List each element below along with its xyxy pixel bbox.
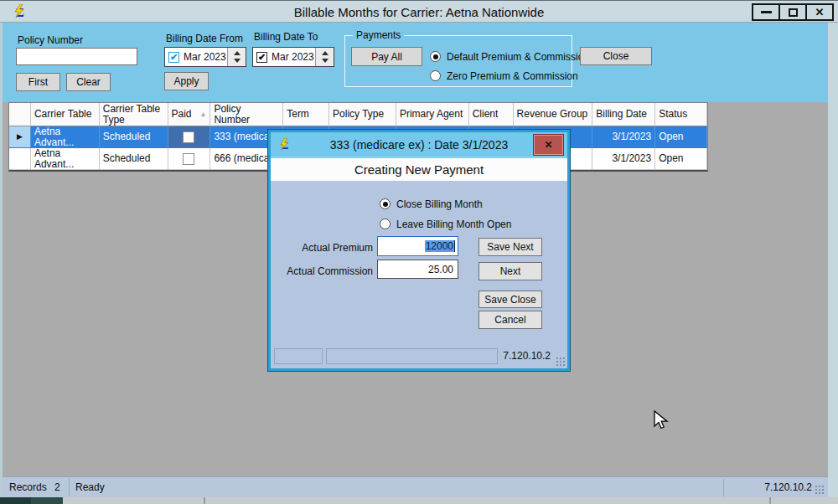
resize-grip-icon[interactable] xyxy=(556,357,566,367)
actual-premium-label: Actual Premium xyxy=(271,242,373,254)
creating-new-payment-dialog: Σ 333 (medicare ex) : Date 3/1/2023 ✕ Cr… xyxy=(268,130,570,371)
status-text: Ready xyxy=(75,481,105,493)
billing-date-from-spinner[interactable] xyxy=(227,48,246,66)
close-icon: ✕ xyxy=(815,7,825,18)
billing-date-from-checkbox[interactable]: ✔ xyxy=(168,52,179,63)
clear-button[interactable]: Clear xyxy=(66,73,111,91)
close-button[interactable]: Close xyxy=(580,47,652,65)
next-button[interactable]: Next xyxy=(478,262,542,280)
minimize-icon xyxy=(761,11,772,13)
row-selector-cell[interactable] xyxy=(9,148,31,170)
header-client[interactable]: Client xyxy=(469,103,514,126)
cell-paid[interactable] xyxy=(168,148,211,170)
paid-checkbox[interactable] xyxy=(183,131,194,143)
header-revenue-group[interactable]: Revenue Group xyxy=(514,103,593,126)
actual-commission-input[interactable]: 25.00 xyxy=(377,260,458,279)
window-frame-right xyxy=(828,23,838,497)
grid-corner-cell xyxy=(9,103,31,126)
cell-carrier-table-type[interactable]: Scheduled xyxy=(100,148,168,170)
save-next-button[interactable]: Save Next xyxy=(478,238,542,256)
taskbar-tick xyxy=(769,497,771,504)
cell-billing-date[interactable]: 3/1/2023 xyxy=(592,126,655,148)
header-paid[interactable]: Paid▲ xyxy=(168,103,211,126)
window-controls: ✕ xyxy=(753,3,834,21)
dialog-version: 7.120.10.2 xyxy=(501,348,564,364)
header-carrier-table[interactable]: Carrier Table xyxy=(31,103,100,126)
sort-ascending-icon: ▲ xyxy=(200,109,207,120)
header-carrier-table-type[interactable]: Carrier Table Type xyxy=(100,103,168,126)
billing-date-to-value: Mar 2023 xyxy=(272,51,315,63)
cell-carrier-table[interactable]: Aetna Advant... xyxy=(31,126,100,148)
field-value: 25.00 xyxy=(428,264,453,275)
header-policy-number[interactable]: Policy Number xyxy=(210,103,283,126)
actual-premium-input[interactable]: 12000 xyxy=(377,236,458,256)
leave-billing-month-label[interactable]: Leave Billing Month Open xyxy=(396,219,511,230)
policy-number-input[interactable] xyxy=(16,48,137,65)
spinner-up-icon xyxy=(322,51,328,55)
records-label: Records xyxy=(9,481,47,493)
selected-value: 12000 xyxy=(425,240,455,252)
paid-checkbox[interactable] xyxy=(183,153,194,165)
statusbar-divider xyxy=(723,479,724,496)
resize-grip-icon[interactable] xyxy=(815,485,825,495)
minimize-button[interactable] xyxy=(752,3,780,21)
radio-dot-icon xyxy=(433,54,438,59)
header-primary-agent[interactable]: Primary Agent xyxy=(396,103,469,126)
mouse-cursor-icon xyxy=(652,410,670,430)
actual-commission-label: Actual Commission xyxy=(271,265,373,277)
cancel-button[interactable]: Cancel xyxy=(478,311,542,329)
maximize-icon xyxy=(789,8,798,17)
leave-billing-month-radio[interactable] xyxy=(380,219,391,229)
maximize-button[interactable] xyxy=(779,3,807,21)
zero-premium-radio-label[interactable]: Zero Premium & Commission xyxy=(447,70,578,82)
billing-date-from-label: Billing Date From xyxy=(166,33,243,44)
billing-date-to-checkbox[interactable]: ✔ xyxy=(256,52,267,63)
zero-premium-radio[interactable] xyxy=(430,70,441,81)
app-sigma-icon: Σ xyxy=(278,138,292,152)
payments-group-title: Payments xyxy=(353,29,404,41)
default-premium-radio-label[interactable]: Default Premium & Commission xyxy=(447,51,589,63)
billing-date-to-spinner[interactable] xyxy=(315,48,334,66)
apply-button[interactable]: Apply xyxy=(164,72,209,90)
statusbar: Records 2 Ready 7.120.10.2 xyxy=(3,476,828,497)
close-icon: ✕ xyxy=(544,140,552,150)
dialog-titlebar: Σ 333 (medicare ex) : Date 3/1/2023 ✕ xyxy=(271,132,567,158)
billing-date-from-picker[interactable]: ✔ Mar 2023 xyxy=(164,47,246,67)
taskbar-segment xyxy=(31,497,63,504)
cell-status[interactable]: Open xyxy=(655,148,707,170)
close-window-button[interactable]: ✕ xyxy=(805,3,834,21)
header-policy-type[interactable]: Policy Type xyxy=(329,103,396,126)
dialog-heading: Creating New Payment xyxy=(271,158,567,181)
current-row-indicator-icon: ▶ xyxy=(17,131,23,142)
header-term[interactable]: Term xyxy=(283,103,329,126)
cell-billing-date[interactable]: 3/1/2023 xyxy=(592,148,655,170)
header-billing-date[interactable]: Billing Date xyxy=(592,103,655,126)
billing-date-from-value: Mar 2023 xyxy=(184,51,227,63)
cell-carrier-table-type[interactable]: Scheduled xyxy=(100,126,168,148)
window-titlebar: Σ Billable Months for Carrier: Aetna Nat… xyxy=(0,0,838,23)
checkmark-icon: ✔ xyxy=(170,53,178,61)
taskbar-start-sliver[interactable] xyxy=(0,497,31,504)
dialog-title: 333 (medicare ex) : Date 3/1/2023 xyxy=(271,138,567,152)
billing-date-to-label: Billing Date To xyxy=(254,31,318,43)
close-billing-month-label[interactable]: Close Billing Month xyxy=(396,198,483,210)
header-status[interactable]: Status xyxy=(655,103,707,126)
spinner-down-icon xyxy=(234,59,241,63)
first-button[interactable]: First xyxy=(16,73,60,91)
cell-paid[interactable] xyxy=(168,126,211,148)
cell-carrier-table[interactable]: Aetna Advant... xyxy=(31,148,100,170)
default-premium-radio[interactable] xyxy=(430,51,441,62)
radio-dot-icon xyxy=(383,202,388,207)
row-selector-cell[interactable]: ▶ xyxy=(9,126,31,148)
statusbar-panel xyxy=(274,348,323,364)
statusbar-panel xyxy=(326,348,498,364)
statusbar-divider xyxy=(69,479,70,496)
grid-header-row: Carrier Table Carrier Table Type Paid▲ P… xyxy=(9,103,707,126)
billing-date-to-picker[interactable]: ✔ Mar 2023 xyxy=(252,47,334,67)
close-billing-month-radio[interactable] xyxy=(380,198,391,209)
policy-number-label: Policy Number xyxy=(18,34,83,46)
cell-status[interactable]: Open xyxy=(655,126,707,148)
save-close-button[interactable]: Save Close xyxy=(478,291,542,308)
pay-all-button[interactable]: Pay All xyxy=(351,47,422,66)
dialog-close-button[interactable]: ✕ xyxy=(533,134,564,156)
